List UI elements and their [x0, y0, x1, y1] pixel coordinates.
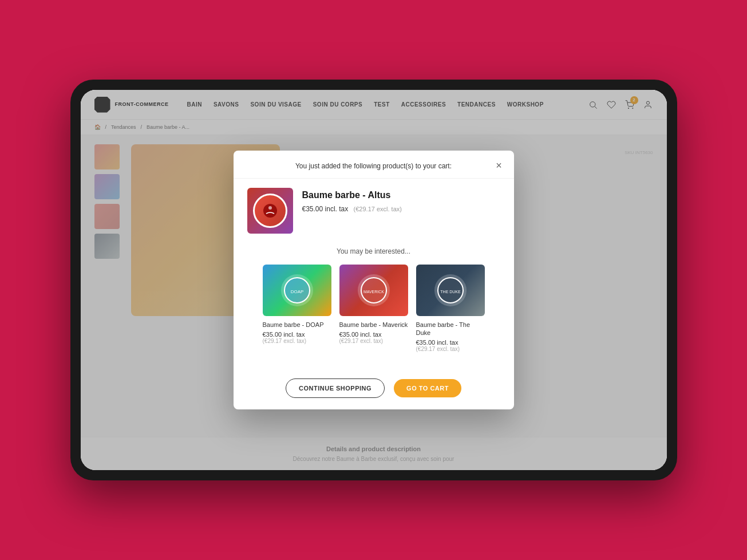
svg-point-6: [268, 206, 272, 210]
added-product-info: Baume barbe - Altus €35.00 incl. tax (€2…: [302, 188, 500, 213]
modal-body: Baume barbe - Altus €35.00 incl. tax (€2…: [234, 179, 514, 373]
suggested-product-price-excl-2: (€29.17 excl. tax): [339, 338, 408, 344]
modal-header: You just added the following product(s) …: [234, 151, 514, 179]
add-to-cart-modal: You just added the following product(s) …: [234, 151, 514, 410]
svg-text:THE DUKE: THE DUKE: [440, 290, 461, 294]
suggested-product-img-3: THE DUKE: [416, 265, 485, 316]
suggested-product-img-1: DOAP: [263, 265, 331, 316]
svg-text:DOAP: DOAP: [290, 289, 303, 294]
suggested-product-1[interactable]: DOAP Baume barbe - DOAP €35.00 incl. tax…: [263, 265, 331, 353]
modal-close-button[interactable]: ×: [493, 160, 505, 171]
suggested-title: You may be interested...: [247, 245, 500, 255]
suggested-product-name-1: Baume barbe - DOAP: [263, 321, 331, 329]
tablet-screen: FRONT-COMMERCE BAIN SAVONS SOIN DU VISAG…: [81, 90, 667, 470]
suggested-product-2[interactable]: MAVERICK Baume barbe - Maverick €35.00 i…: [339, 265, 408, 353]
continue-shopping-button[interactable]: CONTINUE SHOPPING: [286, 378, 385, 398]
modal-title: You just added the following product(s) …: [247, 162, 500, 170]
suggested-product-name-2: Baume barbe - Maverick: [339, 321, 408, 329]
suggested-product-3[interactable]: THE DUKE Baume barbe - The Duke €35.00 i…: [416, 265, 485, 353]
suggested-product-price-excl-1: (€29.17 excl. tax): [263, 338, 331, 344]
suggested-product-price-2: €35.00 incl. tax: [339, 331, 408, 338]
modal-overlay: You just added the following product(s) …: [81, 90, 667, 470]
added-product-price-excl: (€29.17 excl. tax): [354, 206, 402, 212]
suggested-product-price-excl-3: (€29.17 excl. tax): [416, 346, 485, 352]
svg-text:MAVERICK: MAVERICK: [363, 290, 384, 294]
suggested-products: DOAP Baume barbe - DOAP €35.00 incl. tax…: [247, 265, 500, 353]
suggested-product-img-2: MAVERICK: [339, 265, 408, 316]
tablet-frame: FRONT-COMMERCE BAIN SAVONS SOIN DU VISAG…: [70, 80, 677, 480]
added-product-price-incl: €35.00 incl. tax (€29.17 excl. tax): [302, 205, 500, 213]
suggested-product-price-1: €35.00 incl. tax: [263, 331, 331, 338]
added-product-img-inner: [253, 194, 287, 228]
modal-footer: CONTINUE SHOPPING GO TO CART: [234, 373, 514, 409]
go-to-cart-button[interactable]: GO TO CART: [394, 379, 461, 397]
added-product-image: [247, 188, 293, 234]
svg-point-5: [263, 204, 277, 218]
added-product: Baume barbe - Altus €35.00 incl. tax (€2…: [247, 188, 500, 234]
added-product-name: Baume barbe - Altus: [302, 190, 500, 200]
suggested-product-price-3: €35.00 incl. tax: [416, 339, 485, 346]
suggested-product-name-3: Baume barbe - The Duke: [416, 321, 485, 337]
